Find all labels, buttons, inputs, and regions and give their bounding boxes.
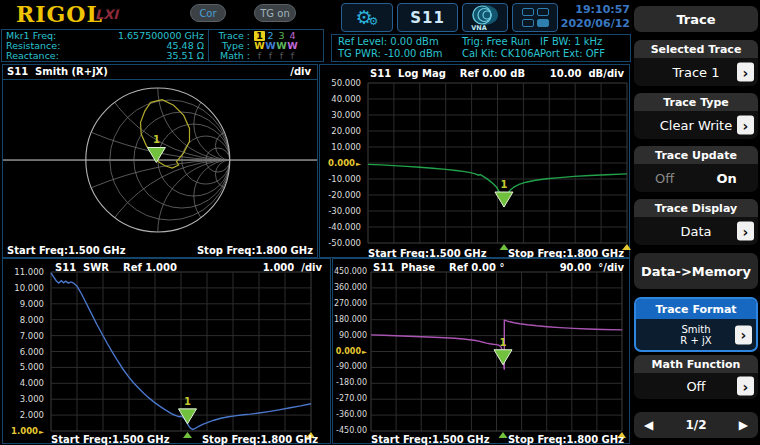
svg-text:1: 1 (153, 134, 160, 145)
y-tick-label: 50.000 (331, 78, 361, 88)
smith-chart-panel[interactable]: S11 Smith (R+jX) /div 1 Start Freq:1.500… (2, 64, 318, 258)
y-tick-label: 11.000 (14, 267, 44, 277)
logmag-y-axis: 50.00040.00030.00020.00010.0000.000►-10.… (320, 83, 365, 243)
logmag-header: S11 Log Mag Ref 0.00 dB 10.00 dB/div (370, 68, 624, 79)
y-tick-label: 9.000 (20, 299, 44, 309)
svg-text:1: 1 (500, 337, 507, 348)
instrument-status-box: Ref Level: 0.00 dBmTrig: Free RunIF BW: … (331, 34, 631, 62)
cal-kit-status: Cal Kit: CK106A (462, 48, 540, 60)
next-page-icon[interactable]: ▶ (739, 418, 748, 432)
smith-scale: /div (290, 66, 311, 79)
smith-chart-header: S11 Smith (R+jX) /div (3, 65, 317, 80)
port-ext-status: Port Ext: OFF (540, 48, 630, 60)
s-parameter-button[interactable]: S11 (397, 3, 458, 32)
y-tick-label: -50.000 (328, 238, 361, 248)
system-settings-button[interactable]: ⚙⚙ (341, 3, 393, 32)
ref-level-status: Ref Level: 0.00 dBm (338, 36, 462, 48)
date: 2020/06/12 (556, 17, 630, 31)
trace-update-off[interactable]: Off (655, 171, 674, 186)
y-tick-label: 1.000► (11, 426, 44, 436)
y-tick-label: -10.000 (328, 174, 361, 184)
tracking-gen-status-button[interactable]: TG on (254, 4, 296, 22)
time: 19:10:57 (556, 3, 630, 17)
logmag-scale: 10.00 dB/div (550, 68, 624, 79)
svg-text:VNA: VNA (471, 24, 487, 31)
math-function-value: Off (686, 379, 705, 394)
tg-power-status: TG PWR: -10.00 dBm (338, 48, 462, 60)
vna-logo-icon: VNA (466, 4, 504, 31)
smith-svg: 1 (3, 81, 317, 233)
phase-svg: 1 (371, 272, 622, 439)
marker-1: 1 (147, 134, 165, 162)
grid (51, 272, 311, 431)
stop-freq-label: Stop Freq:1.800 GHz (197, 245, 313, 256)
y-tick-label: 7.000 (20, 331, 44, 341)
trace-display-item[interactable]: Trace Display Data › (634, 199, 758, 245)
y-tick-label: 450.000 (334, 267, 367, 276)
y-tick-label: 10.000 (14, 283, 44, 293)
y-tick-label: 0.000► (328, 158, 361, 168)
data-to-memory-button[interactable]: Data->Memory (634, 253, 758, 289)
start-freq-label: Start Freq:1.500 GHz (51, 434, 170, 445)
swr-plot: 1 (51, 272, 311, 431)
start-freq-label: Start Freq:1.500 GHz (7, 245, 126, 256)
chevron-right-icon[interactable]: › (737, 377, 754, 396)
swr-freq-footer: Start Freq:1.500 GHz Stop Freq:1.800 GHz (51, 434, 318, 445)
logmag-title: S11 Log Mag (370, 68, 446, 79)
selected-trace-item[interactable]: Selected Trace Trace 1 › (634, 40, 758, 86)
window-layout-button[interactable] (512, 3, 558, 32)
correction-status-button[interactable]: Cor (190, 4, 226, 22)
prev-page-icon[interactable]: ◀ (644, 418, 653, 432)
selected-trace-value: Trace 1 (673, 65, 720, 80)
swr-svg: 1 (51, 272, 311, 439)
math-function-item[interactable]: Math Function Off › (634, 355, 758, 399)
y-tick-label: -270.00 (336, 394, 367, 403)
trace-update-on[interactable]: On (717, 171, 737, 186)
y-tick-label: 270.000 (334, 299, 367, 308)
trace-update-item[interactable]: Trace Update Off On (634, 146, 758, 192)
y-tick-label: 20.000 (331, 126, 361, 136)
lxi-logo: LXI (95, 7, 118, 22)
logmag-chart-panel[interactable]: S11 Log Mag Ref 0.00 dB 10.00 dB/div 50.… (319, 64, 630, 258)
y-tick-label: -360.00 (336, 410, 367, 419)
swr-y-axis: 11.00010.0009.0008.0007.0006.0005.0004.0… (3, 272, 48, 431)
marker-info-box: Mkr1 Freq:1.657500000 GHz Resistance:45.… (1, 29, 324, 62)
page-indicator: 1/2 (685, 418, 706, 432)
vna-mode-button[interactable]: VNA (462, 3, 508, 32)
y-tick-label: -90.000 (336, 362, 367, 371)
svg-text:1: 1 (184, 396, 191, 407)
trace-type-item[interactable]: Trace Type Clear Write › (634, 93, 758, 139)
y-tick-label: 4.000 (20, 378, 44, 388)
trace-format-value-line2: R + jX (680, 335, 711, 346)
phase-y-axis: 450.000360.000270.000180.00090.0000.000►… (333, 272, 369, 431)
y-tick-label: 40.000 (331, 94, 361, 104)
y-tick-label: 8.000 (20, 315, 44, 325)
smith-title: S11 Smith (R+jX) (7, 66, 108, 79)
start-freq-label: Start Freq:1.500 GHz (371, 434, 490, 445)
y-tick-label: -450.00 (336, 426, 367, 435)
clock: 19:10:57 2020/06/12 (556, 3, 630, 31)
marker-readout: Mkr1 Freq:1.657500000 GHz Resistance:45.… (2, 30, 208, 61)
y-tick-label: 90.000 (339, 331, 367, 340)
y-tick-label: 10.000 (331, 142, 361, 152)
window-layout-icon (522, 8, 549, 27)
chevron-right-icon[interactable]: › (737, 63, 754, 82)
logmag-ref: Ref 0.00 dB (460, 68, 525, 79)
trace-format-value-line1: Smith (681, 324, 710, 335)
y-tick-label: 180.000 (334, 315, 367, 324)
gear-small-icon: ⚙ (369, 16, 379, 27)
y-tick-label: -20.000 (328, 190, 361, 200)
chevron-right-icon[interactable]: › (737, 116, 754, 135)
phase-chart-panel[interactable]: S11 Phase Ref 0.00 ° 90.00 °/div 450.000… (332, 258, 630, 444)
trace-type-value: Clear Write (660, 118, 732, 133)
y-tick-label: 3.000 (20, 394, 44, 404)
vna-screen: RIGOL LXI Cor TG on ⚙⚙ S11 VNA 19:10:57 … (0, 0, 760, 445)
stop-freq-label: Stop Freq:1.800 GHz (202, 434, 318, 445)
chevron-right-icon[interactable]: › (737, 222, 754, 241)
y-tick-label: 360.000 (334, 283, 367, 292)
trace-format-item[interactable]: Trace Format Smith R + jX › (634, 297, 758, 352)
swr-chart-panel[interactable]: S11 SWR Ref 1.000 1.000 /div 11.00010.00… (2, 258, 331, 444)
chevron-right-icon[interactable]: › (735, 325, 752, 344)
phase-plot: 1 (371, 272, 622, 431)
reactance-label: Reactance: (6, 51, 59, 61)
